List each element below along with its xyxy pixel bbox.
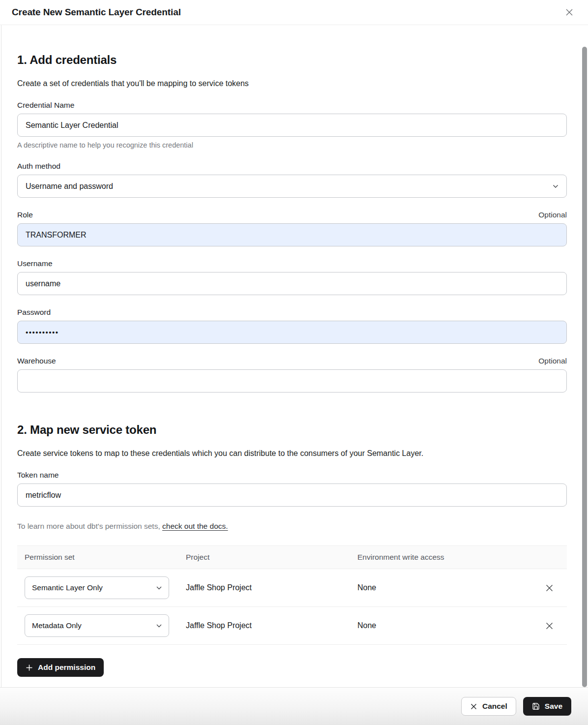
warehouse-input[interactable]	[17, 369, 567, 393]
credential-name-input[interactable]	[17, 114, 567, 137]
role-optional-tag: Optional	[538, 211, 567, 219]
permission-set-select[interactable]: Metadata Only	[25, 614, 169, 637]
close-button[interactable]	[562, 5, 576, 19]
token-name-field-group: Token name	[17, 471, 567, 507]
docs-note-prefix: To learn more about dbt's permission set…	[17, 522, 162, 530]
remove-icon	[545, 622, 554, 630]
chevron-down-icon	[156, 624, 162, 628]
chevron-down-icon	[553, 184, 559, 188]
auth-method-select[interactable]: Username and password	[17, 175, 567, 198]
remove-permission-button[interactable]	[543, 620, 556, 632]
permission-docs-note: To learn more about dbt's permission set…	[17, 522, 567, 531]
plus-icon	[26, 664, 33, 671]
save-floppy-icon	[532, 702, 540, 710]
password-input[interactable]	[17, 321, 567, 344]
warehouse-label: Warehouse	[17, 357, 56, 365]
column-header-permission-set: Permission set	[25, 553, 186, 562]
role-field-group: Role Optional	[17, 211, 567, 246]
section1-heading: 1. Add credentials	[17, 53, 567, 67]
vertical-scrollbar[interactable]	[582, 47, 587, 687]
section2-description: Create service tokens to map to these cr…	[17, 449, 567, 458]
permission-set-selected-value: Semantic Layer Only	[32, 583, 103, 592]
section1-description: Create a set of credentials that you'll …	[17, 79, 567, 88]
credential-name-helper: A descriptive name to help you recognize…	[17, 141, 567, 149]
username-label: Username	[17, 259, 53, 268]
token-name-input[interactable]	[17, 483, 567, 507]
role-input[interactable]	[17, 223, 567, 246]
modal-footer: Cancel Save	[0, 687, 588, 725]
role-label: Role	[17, 211, 33, 219]
chevron-down-icon	[156, 586, 162, 590]
remove-permission-button[interactable]	[543, 582, 556, 594]
page-edge-divider	[1, 25, 1, 725]
cancel-x-icon	[470, 703, 477, 710]
column-header-environment-write-access: Environment write access	[357, 553, 543, 562]
token-name-label: Token name	[17, 471, 59, 480]
environment-write-access-cell: None	[357, 621, 543, 630]
permission-set-select[interactable]: Semantic Layer Only	[25, 576, 169, 599]
credential-name-label: Credential Name	[17, 101, 74, 110]
modal-title: Create New Semantic Layer Credential	[12, 7, 181, 18]
permission-set-selected-value: Metadata Only	[32, 621, 82, 630]
table-row: Semantic Layer Only Jaffle Shop Project …	[17, 569, 567, 607]
project-cell: Jaffle Shop Project	[186, 621, 357, 630]
modal-body: 1. Add credentials Create a set of crede…	[0, 53, 588, 677]
auth-method-field-group: Auth method Username and password	[17, 162, 567, 198]
password-label: Password	[17, 308, 51, 317]
environment-write-access-cell: None	[357, 583, 543, 592]
close-icon	[564, 7, 574, 17]
table-row: Metadata Only Jaffle Shop Project None	[17, 607, 567, 645]
add-permission-button[interactable]: Add permission	[17, 658, 104, 677]
modal-header: Create New Semantic Layer Credential	[0, 0, 588, 25]
remove-icon	[545, 584, 554, 592]
project-cell: Jaffle Shop Project	[186, 583, 357, 592]
save-button[interactable]: Save	[523, 697, 571, 716]
username-field-group: Username	[17, 259, 567, 295]
credential-name-field-group: Credential Name A descriptive name to he…	[17, 101, 567, 149]
docs-link[interactable]: check out the docs.	[162, 522, 228, 530]
section2-heading: 2. Map new service token	[17, 423, 567, 437]
warehouse-optional-tag: Optional	[538, 357, 567, 365]
cancel-button-label: Cancel	[482, 702, 507, 711]
warehouse-field-group: Warehouse Optional	[17, 357, 567, 393]
username-input[interactable]	[17, 272, 567, 295]
save-button-label: Save	[545, 702, 562, 711]
auth-method-label: Auth method	[17, 162, 60, 171]
cancel-button[interactable]: Cancel	[461, 697, 516, 716]
permissions-table: Permission set Project Environment write…	[17, 545, 567, 645]
permissions-table-header: Permission set Project Environment write…	[17, 545, 567, 569]
password-field-group: Password	[17, 308, 567, 344]
add-permission-label: Add permission	[38, 663, 95, 672]
column-header-project: Project	[186, 553, 357, 562]
auth-method-selected-value: Username and password	[26, 182, 113, 191]
